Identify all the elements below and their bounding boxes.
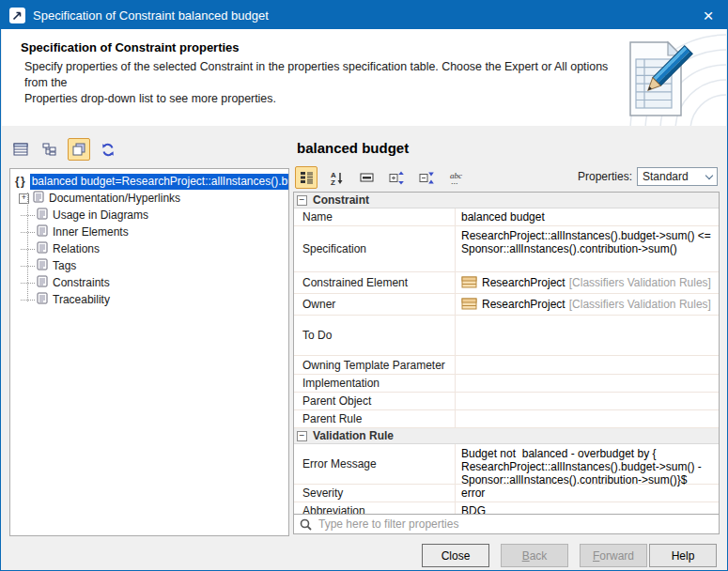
property-value[interactable]: ResearchProject [Classifiers Validation … bbox=[456, 294, 719, 315]
property-label: Specification bbox=[294, 226, 456, 271]
element-qualifier: [Classifiers Validation Rules] bbox=[569, 276, 711, 289]
section-validation-rule[interactable]: − Validation Rule bbox=[294, 428, 719, 444]
search-icon bbox=[300, 518, 312, 531]
tree-item-label: Constraints bbox=[53, 276, 110, 289]
property-value[interactable] bbox=[456, 393, 719, 409]
main-area: { } balanced budget=ResearchProject::all… bbox=[2, 126, 726, 571]
categorized-view-icon[interactable] bbox=[295, 166, 318, 189]
property-row-name[interactable]: Name balanced budget bbox=[294, 208, 719, 226]
element-name: ResearchProject bbox=[482, 276, 565, 289]
element-name: ResearchProject bbox=[482, 298, 565, 311]
properties-mode-value: Standard bbox=[638, 170, 702, 183]
filter-box bbox=[293, 514, 720, 534]
property-label: Constrained Element bbox=[294, 272, 456, 293]
properties-table: − Constraint Name balanced budget Specif… bbox=[293, 192, 720, 520]
svg-text:Z: Z bbox=[331, 178, 335, 185]
specification-dialog: Specification of Constraint balanced bud… bbox=[0, 0, 728, 571]
section-title: Constraint bbox=[313, 193, 369, 207]
property-label: Error Message bbox=[294, 444, 456, 484]
property-value[interactable]: ResearchProject [Classifiers Validation … bbox=[456, 272, 719, 293]
property-label: Severity bbox=[294, 485, 456, 502]
dialog-app-icon bbox=[9, 8, 25, 23]
flat-list-icon[interactable] bbox=[355, 166, 378, 189]
property-value[interactable]: error bbox=[456, 485, 719, 502]
tree-item-usage-in-diagrams[interactable]: Usage in Diagrams bbox=[10, 207, 288, 224]
spec-page-icon bbox=[37, 292, 48, 307]
class-icon bbox=[461, 276, 477, 291]
tree-item-label: Usage in Diagrams bbox=[53, 208, 148, 222]
property-label: Owner bbox=[294, 294, 456, 315]
property-value[interactable]: Budget not balanced - overbudget by { Re… bbox=[456, 444, 719, 484]
title-bar: Specification of Constraint balanced bud… bbox=[1, 1, 727, 29]
property-row-specification[interactable]: Specification ResearchProject::allInstan… bbox=[294, 226, 719, 272]
property-value[interactable]: ResearchProject::allInstances().budget->… bbox=[456, 226, 719, 271]
close-icon[interactable]: × bbox=[689, 7, 727, 24]
tree-item-documentation[interactable]: + Documentation/Hyperlinks bbox=[10, 190, 288, 207]
tree-item-selected[interactable]: { } balanced budget=ResearchProject::all… bbox=[10, 173, 288, 190]
property-label: Owning Template Parameter bbox=[294, 356, 456, 374]
tree-item-constraints[interactable]: Constraints bbox=[10, 274, 288, 291]
property-row-parent-object[interactable]: Parent Object bbox=[294, 393, 719, 410]
header-title: Specification of Constraint properties bbox=[21, 40, 240, 54]
tree-item-inner-elements[interactable]: Inner Elements bbox=[10, 224, 288, 240]
tree-item-relations[interactable]: Relations bbox=[10, 240, 288, 257]
section-title: Validation Rule bbox=[313, 429, 394, 442]
property-row-implementation[interactable]: Implementation bbox=[294, 375, 719, 393]
expand-all-icon[interactable] bbox=[385, 166, 408, 189]
property-row-constrained-element[interactable]: Constrained Element ResearchProject [Cla… bbox=[294, 272, 719, 294]
property-value[interactable] bbox=[456, 316, 719, 355]
help-button[interactable]: Help bbox=[649, 544, 717, 567]
property-row-owner[interactable]: Owner ResearchProject [Classifiers Valid… bbox=[294, 294, 719, 316]
property-label: Implementation bbox=[294, 375, 456, 392]
tree-item-label: Tags bbox=[53, 259, 76, 272]
tree-item-traceability[interactable]: Traceability bbox=[10, 291, 288, 308]
section-constraint[interactable]: − Constraint bbox=[294, 193, 719, 208]
sort-alphabetically-icon[interactable]: AZ bbox=[325, 166, 348, 189]
properties-toolbar: AZ abc... bbox=[295, 166, 468, 189]
property-row-owning-template-parameter[interactable]: Owning Template Parameter bbox=[294, 356, 719, 375]
property-label: Parent Object bbox=[294, 393, 456, 409]
spec-tree: { } balanced budget=ResearchProject::all… bbox=[10, 169, 288, 308]
property-label: To Do bbox=[294, 316, 456, 355]
back-button[interactable]: Back bbox=[501, 544, 568, 567]
grid-view-icon[interactable] bbox=[9, 138, 32, 161]
show-description-icon[interactable]: abc... bbox=[445, 166, 468, 189]
element-qualifier: [Classifiers Validation Rules] bbox=[569, 298, 711, 311]
header-description: Specify properties of the selected Const… bbox=[24, 59, 612, 107]
properties-mode: Properties: Standard bbox=[578, 167, 718, 186]
stack-view-icon[interactable] bbox=[68, 138, 90, 161]
button-bar: Close Back Forward Help bbox=[2, 537, 726, 570]
collapse-icon[interactable]: − bbox=[297, 195, 307, 206]
spec-page-icon bbox=[37, 258, 48, 273]
property-value[interactable] bbox=[456, 375, 719, 392]
property-value[interactable]: balanced budget bbox=[456, 208, 719, 225]
refresh-icon[interactable] bbox=[97, 138, 119, 161]
properties-mode-select[interactable]: Standard bbox=[637, 167, 718, 186]
property-value[interactable] bbox=[456, 410, 719, 427]
tree-toolbar bbox=[9, 138, 119, 161]
property-row-parent-rule[interactable]: Parent Rule bbox=[294, 410, 719, 428]
tree-item-label: Relations bbox=[53, 242, 100, 255]
spec-page-icon bbox=[33, 191, 44, 206]
class-icon bbox=[461, 298, 477, 313]
dialog-header: Specification of Constraint properties S… bbox=[2, 29, 726, 127]
tree-view-icon[interactable] bbox=[39, 138, 61, 161]
collapse-all-icon[interactable] bbox=[415, 166, 438, 189]
tree-item-label: Traceability bbox=[53, 293, 110, 306]
collapse-icon[interactable]: − bbox=[297, 431, 307, 441]
svg-text:...: ... bbox=[451, 177, 458, 184]
tree-item-label: Documentation/Hyperlinks bbox=[49, 192, 180, 205]
window-title: Specification of Constraint balanced bud… bbox=[33, 8, 689, 23]
close-button[interactable]: Close bbox=[422, 544, 489, 567]
spec-page-icon bbox=[37, 208, 48, 223]
property-row-severity[interactable]: Severity error bbox=[294, 485, 719, 502]
forward-button[interactable]: Forward bbox=[580, 544, 647, 567]
property-row-to-do[interactable]: To Do bbox=[294, 316, 719, 356]
filter-input[interactable] bbox=[317, 517, 719, 532]
property-value[interactable] bbox=[456, 356, 719, 374]
property-row-error-message[interactable]: Error Message Budget not balanced - over… bbox=[294, 444, 719, 485]
tree-connector-line bbox=[27, 193, 28, 301]
element-title: balanced budget bbox=[297, 140, 409, 156]
tree-item-tags[interactable]: Tags bbox=[10, 257, 288, 274]
tree-item-label: balanced budget=ResearchProject::allInst… bbox=[30, 174, 288, 190]
